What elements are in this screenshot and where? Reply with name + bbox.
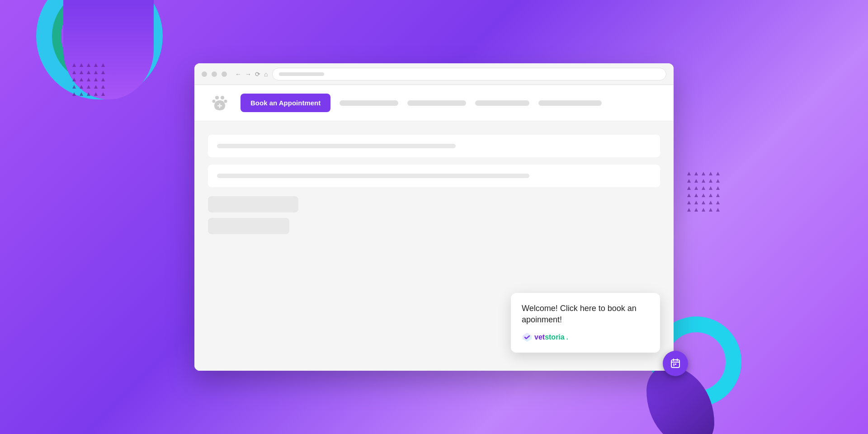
svg-rect-12 — [673, 365, 675, 366]
browser-chrome: ← → ⟳ ⌂ — [194, 63, 674, 85]
content-line-1 — [217, 144, 456, 148]
content-card-2 — [208, 165, 660, 187]
nav-item-3 — [475, 100, 529, 106]
browser-btn-minimize[interactable] — [212, 71, 217, 77]
back-icon[interactable]: ← — [235, 71, 241, 78]
nav-item-2 — [407, 100, 466, 106]
tooltip-brand: vetstoria . — [522, 332, 649, 343]
nav-item-1 — [340, 100, 398, 106]
browser-btn-close[interactable] — [202, 71, 207, 77]
book-appointment-button[interactable]: Book an Appointment — [241, 94, 330, 112]
svg-point-1 — [221, 96, 224, 99]
address-bar[interactable] — [272, 68, 666, 80]
logo-icon — [208, 91, 231, 115]
forward-icon[interactable]: → — [245, 71, 251, 78]
content-card-1 — [208, 135, 660, 157]
website-header: Book an Appointment — [194, 85, 674, 121]
bg-dots-top-left — [72, 63, 127, 118]
browser-window: ← → ⟳ ⌂ Book an Appointment — [194, 63, 674, 371]
paw-icon — [210, 93, 230, 113]
vetstoria-storia: storia — [545, 333, 565, 341]
svg-rect-10 — [673, 363, 675, 365]
bg-dots-right — [687, 172, 741, 235]
vetstoria-brand-text: vetstoria — [534, 333, 565, 341]
calendar-icon — [670, 358, 681, 369]
sidebar-card-1 — [208, 196, 298, 212]
tooltip-card[interactable]: Welcome! Click here to book an apoinment… — [511, 293, 660, 353]
website-body: Welcome! Click here to book an apoinment… — [194, 121, 674, 371]
nav-item-4 — [538, 100, 602, 106]
svg-point-0 — [215, 96, 219, 99]
svg-point-3 — [224, 99, 227, 103]
address-bar-text — [279, 72, 324, 76]
svg-rect-11 — [675, 363, 676, 365]
home-icon[interactable]: ⌂ — [264, 71, 268, 78]
sidebar-row — [208, 196, 660, 234]
vetstoria-dot: . — [566, 334, 568, 341]
vetstoria-logo: vetstoria . — [522, 332, 568, 343]
content-line-2 — [217, 174, 529, 178]
vetstoria-vet: vet — [534, 333, 545, 341]
sidebar-card-2 — [208, 218, 289, 234]
vetstoria-logo-mark — [522, 332, 533, 343]
browser-btn-maximize[interactable] — [222, 71, 227, 77]
tooltip-message: Welcome! Click here to book an apoinment… — [522, 303, 649, 326]
browser-nav-controls: ← → ⟳ ⌂ — [235, 71, 268, 78]
fab-calendar-button[interactable] — [663, 351, 688, 376]
svg-point-2 — [212, 99, 216, 103]
refresh-icon[interactable]: ⟳ — [255, 71, 260, 78]
